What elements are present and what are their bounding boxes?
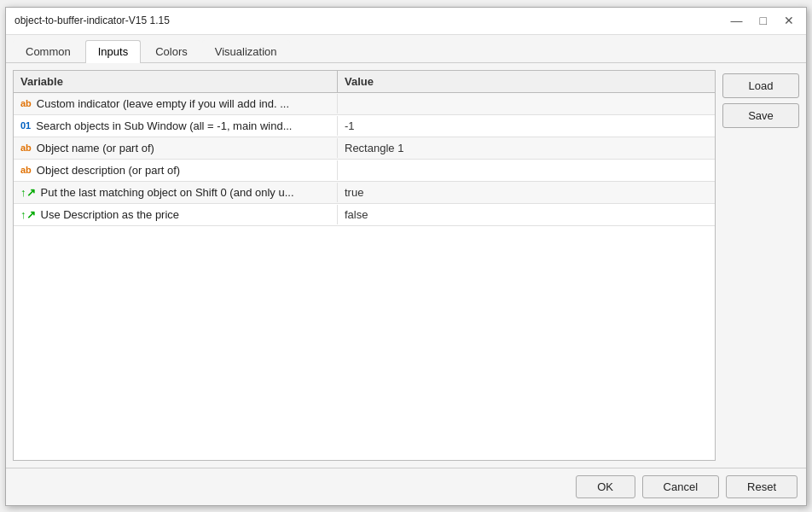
- row-5-label: Put the last matching object on Shift 0 …: [41, 186, 294, 199]
- bottom-bar: OK Cancel Reset: [6, 468, 806, 505]
- ok-button[interactable]: OK: [576, 475, 635, 498]
- column-header-value: Value: [338, 71, 715, 92]
- load-button[interactable]: Load: [722, 73, 799, 98]
- save-button[interactable]: Save: [722, 103, 799, 128]
- row-1-value: [338, 100, 715, 107]
- tab-common[interactable]: Common: [13, 40, 84, 62]
- type-badge-01: 01: [20, 120, 31, 131]
- row-6-label: Use Description as the price: [41, 208, 180, 221]
- row-3-variable: ab Object name (or part of): [14, 138, 338, 158]
- column-header-variable: Variable: [14, 71, 338, 92]
- row-4-variable: ab Object description (or part of): [14, 160, 338, 180]
- maximize-button[interactable]: □: [757, 15, 770, 26]
- table-header: Variable Value: [14, 71, 715, 93]
- main-window: object-to-buffer-indicator-V15 1.15 — □ …: [5, 7, 807, 506]
- variable-table: Variable Value ab Custom indicator (leav…: [13, 70, 716, 461]
- tab-colors[interactable]: Colors: [142, 40, 200, 62]
- row-1-variable: ab Custom indicator (leave empty if you …: [14, 94, 338, 113]
- table-row[interactable]: ab Object name (or part of) Rectangle 1: [14, 137, 715, 160]
- type-badge-ab-2: ab: [20, 143, 32, 153]
- tab-bar: Common Inputs Colors Visualization: [6, 35, 806, 63]
- table-row[interactable]: ↑↗ Put the last matching object on Shift…: [14, 182, 715, 204]
- row-4-value: [338, 166, 715, 173]
- row-5-value: true: [338, 183, 715, 202]
- cancel-button[interactable]: Cancel: [642, 475, 719, 498]
- row-3-value: Rectangle 1: [338, 138, 715, 158]
- table-row[interactable]: ↑↗ Use Description as the price false: [14, 204, 715, 226]
- close-button[interactable]: ✕: [780, 15, 798, 26]
- side-buttons: Load Save: [722, 70, 799, 461]
- type-badge-ab: ab: [20, 98, 32, 108]
- tab-inputs[interactable]: Inputs: [85, 40, 141, 63]
- type-badge-arrow-1: ↑↗: [20, 186, 36, 199]
- title-bar: object-to-buffer-indicator-V15 1.15 — □ …: [6, 8, 806, 35]
- row-2-value: -1: [338, 116, 715, 136]
- row-1-label: Custom indicator (leave empty if you wil…: [37, 97, 289, 110]
- table-row[interactable]: ab Custom indicator (leave empty if you …: [14, 93, 715, 115]
- tab-visualization[interactable]: Visualization: [202, 40, 290, 62]
- table-row[interactable]: ab Object description (or part of): [14, 160, 715, 182]
- row-2-label: Search objects in Sub Window (all = -1, …: [36, 119, 292, 132]
- row-5-variable: ↑↗ Put the last matching object on Shift…: [14, 183, 338, 202]
- content-area: Variable Value ab Custom indicator (leav…: [6, 63, 806, 468]
- minimize-button[interactable]: —: [728, 15, 746, 26]
- window-title: object-to-buffer-indicator-V15 1.15: [14, 15, 170, 26]
- row-4-label: Object description (or part of): [37, 164, 180, 177]
- reset-button[interactable]: Reset: [726, 475, 798, 498]
- row-6-value: false: [338, 205, 715, 224]
- type-badge-arrow-2: ↑↗: [20, 208, 36, 221]
- row-2-variable: 01 Search objects in Sub Window (all = -…: [14, 116, 338, 136]
- row-3-label: Object name (or part of): [37, 142, 154, 154]
- table-row[interactable]: 01 Search objects in Sub Window (all = -…: [14, 115, 715, 137]
- row-6-variable: ↑↗ Use Description as the price: [14, 205, 338, 224]
- window-controls: — □ ✕: [728, 15, 798, 26]
- type-badge-ab-3: ab: [20, 165, 32, 175]
